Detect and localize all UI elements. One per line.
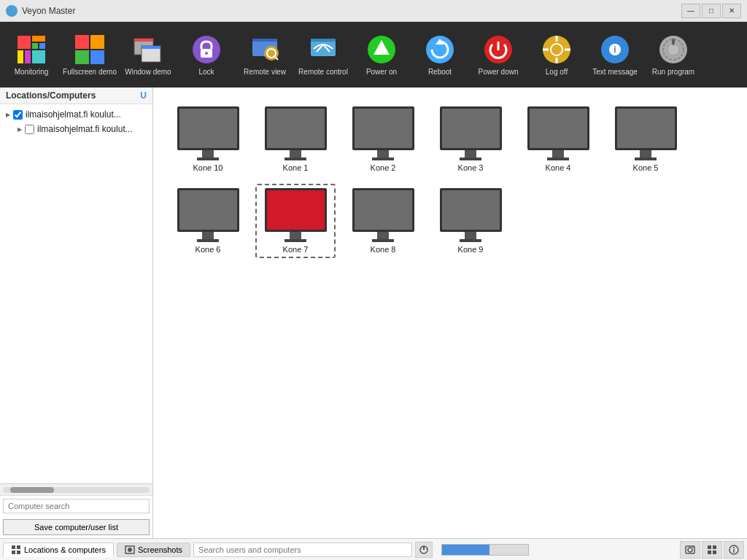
power-down-button[interactable]: Power down [470, 26, 527, 83]
lock-label: Lock [198, 68, 214, 76]
svg-rect-12 [134, 39, 153, 42]
minimize-button[interactable]: — [681, 4, 700, 18]
computer-tile-kone4[interactable]: Kone 4 [518, 102, 598, 176]
screenshot-btn[interactable] [680, 541, 700, 559]
status-slider-fill [442, 545, 489, 555]
monitor-kone1 [265, 106, 327, 160]
svg-rect-24 [311, 39, 336, 42]
save-user-list-button[interactable]: Save computer/user list [3, 519, 150, 535]
computer-tile-kone6[interactable]: Kone 6 [168, 184, 248, 258]
svg-point-52 [688, 548, 692, 552]
window-demo-icon [133, 34, 163, 65]
power-on-button[interactable]: Power on [353, 26, 410, 83]
window-controls: — □ ✕ [681, 4, 741, 18]
computer-label-kone3: Kone 3 [458, 163, 484, 172]
run-program-button[interactable]: Run program [645, 26, 702, 83]
computer-label-kone6: Kone 6 [196, 245, 221, 254]
sidebar-search-area [0, 495, 152, 516]
computer-tile-kone9[interactable]: Kone 9 [430, 184, 511, 258]
monitor-base-kone1 [285, 158, 306, 160]
text-message-label: Text message [592, 68, 638, 76]
fullscreen-demo-icon [74, 34, 105, 65]
monitor-base-kone10 [197, 158, 219, 160]
log-off-button[interactable]: Log off [528, 26, 585, 83]
svg-text:i: i [614, 44, 616, 55]
svg-line-22 [275, 57, 278, 60]
tab-locations-computers[interactable]: Locations & computers [3, 542, 114, 557]
lock-button[interactable]: Lock [178, 26, 235, 83]
svg-rect-8 [90, 35, 104, 49]
sidebar-scrollbar[interactable] [3, 487, 150, 493]
computer-search-input[interactable] [3, 499, 150, 513]
grid-view-btn[interactable] [702, 541, 722, 559]
remote-view-button[interactable]: Remote view [236, 26, 293, 83]
svg-rect-9 [75, 50, 89, 64]
title-bar: Veyon Master — □ ✕ [0, 0, 747, 22]
computer-tile-kone3[interactable]: Kone 3 [430, 102, 511, 176]
computer-tile-kone7[interactable]: Kone 7 [255, 184, 336, 258]
monitor-screen-kone4 [527, 106, 589, 150]
text-message-button[interactable]: i Text message [587, 26, 643, 83]
toolbar: Monitoring Fullscreen demo Window demo [0, 22, 747, 88]
svg-rect-2 [32, 43, 38, 49]
power-down-icon [483, 34, 514, 65]
svg-rect-43 [12, 545, 15, 549]
monitor-screen-kone5 [615, 106, 677, 150]
info-btn[interactable] [724, 541, 744, 559]
monitor-stand-kone9 [465, 232, 476, 239]
app-icon [6, 5, 18, 17]
status-slider-area [441, 544, 529, 556]
window-demo-button[interactable]: Window demo [120, 26, 177, 83]
tree-arrow-1: ▶ [6, 112, 10, 118]
remote-control-icon [308, 34, 338, 65]
svg-point-48 [128, 548, 132, 552]
locations-icon [11, 545, 21, 555]
computer-label-kone5: Kone 5 [633, 163, 659, 172]
computer-label-kone7: Kone 7 [283, 245, 309, 254]
remote-view-label: Remote view [244, 68, 286, 76]
monitor-screen-kone6 [177, 188, 239, 232]
computer-tile-kone5[interactable]: Kone 5 [605, 102, 686, 176]
tree-checkbox-2[interactable] [25, 125, 34, 134]
computer-tile-kone8[interactable]: Kone 8 [343, 184, 423, 258]
reboot-button[interactable]: Reboot [411, 26, 468, 83]
computer-grid: Kone 10Kone 1Kone 2Kone 3Kone 4Kone 5Kon… [153, 88, 747, 538]
monitor-screen-kone2 [352, 106, 414, 150]
status-power-button[interactable] [415, 542, 433, 558]
fullscreen-demo-button[interactable]: Fullscreen demo [61, 26, 118, 83]
tree-checkbox-1[interactable] [13, 110, 23, 120]
status-slider[interactable] [441, 544, 529, 556]
svg-rect-46 [17, 551, 20, 554]
close-button[interactable]: ✕ [722, 4, 741, 18]
monitor-screen-kone1 [265, 106, 327, 150]
computer-label-kone4: Kone 4 [546, 163, 571, 172]
log-off-label: Log off [546, 68, 568, 76]
run-program-icon [658, 34, 689, 65]
svg-rect-3 [39, 43, 45, 49]
monitoring-button[interactable]: Monitoring [3, 26, 60, 83]
monitor-screen-kone10 [177, 106, 239, 150]
monitor-screen-kone7 [265, 188, 327, 232]
computer-tile-kone2[interactable]: Kone 2 [343, 102, 423, 176]
computer-label-kone10: Kone 10 [193, 163, 223, 172]
tree-item-1[interactable]: ▶ ilmaisohjelmat.fi koulut... [0, 107, 152, 122]
status-icon-group [680, 541, 744, 559]
svg-rect-57 [713, 551, 716, 554]
monitor-screen-kone9 [440, 188, 502, 232]
monitor-kone3 [440, 106, 502, 160]
sidebar-scrollbar-area[interactable] [0, 483, 152, 495]
computer-tile-kone10[interactable]: Kone 10 [168, 102, 248, 176]
window-title: Veyon Master [22, 6, 681, 16]
sidebar-header: Locations/Computers U [0, 88, 152, 104]
sidebar-tree: ▶ ilmaisohjelmat.fi koulut... ▶ ilmaisoh… [0, 104, 152, 483]
maximize-button[interactable]: □ [702, 4, 721, 18]
computer-label-kone8: Kone 8 [371, 245, 396, 254]
search-users-computers-input[interactable] [193, 542, 412, 557]
tree-item-2[interactable]: ▶ ilmaisohjelmat.fi koulut... [0, 122, 152, 136]
tab-screenshots[interactable]: Screenshots [117, 542, 190, 557]
tab-screenshots-label: Screenshots [138, 545, 182, 554]
monitor-stand-kone8 [377, 232, 389, 239]
computer-tile-kone1[interactable]: Kone 1 [255, 102, 336, 176]
remote-control-button[interactable]: Remote control [295, 26, 352, 83]
monitor-screen-kone3 [440, 106, 502, 150]
